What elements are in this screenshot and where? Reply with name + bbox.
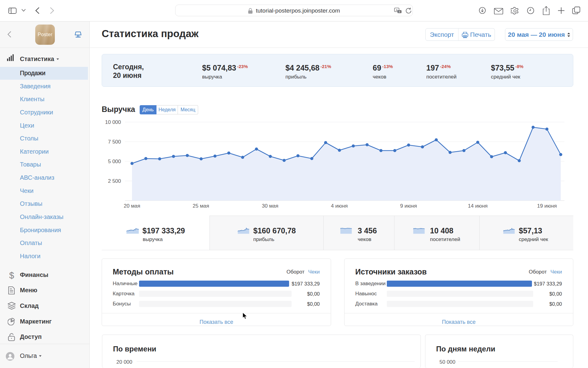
svg-text:7 500: 7 500 [108, 139, 121, 145]
svg-text:30 мая: 30 мая [262, 203, 278, 209]
svg-text:9 июня: 9 июня [400, 203, 417, 209]
svg-text:文: 文 [398, 10, 401, 13]
svg-text:20 мая: 20 мая [124, 203, 140, 209]
svg-text:2 500: 2 500 [108, 178, 121, 184]
svg-text:19 июня: 19 июня [537, 203, 557, 209]
svg-text:14 июня: 14 июня [468, 203, 488, 209]
svg-text:10 000: 10 000 [105, 119, 121, 125]
svg-text:5 000: 5 000 [108, 159, 121, 164]
svg-text:4 июня: 4 июня [331, 203, 348, 209]
svg-text:25 мая: 25 мая [193, 203, 209, 209]
